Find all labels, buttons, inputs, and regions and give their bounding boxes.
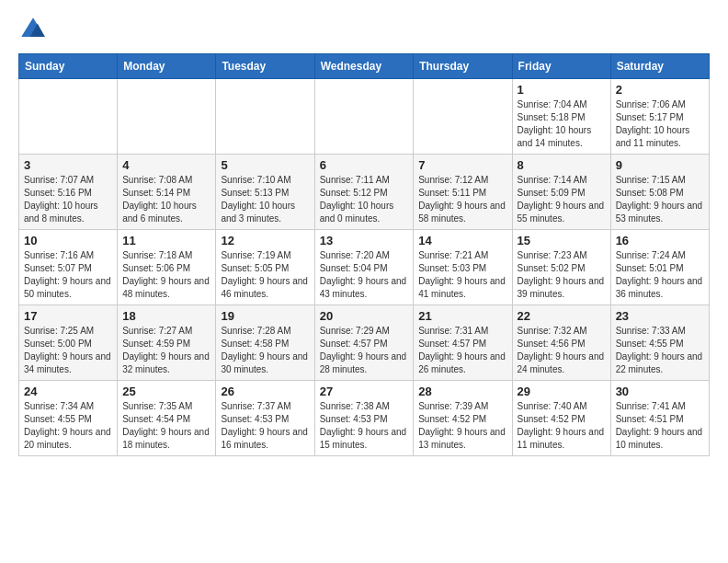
calendar-cell: 3Sunrise: 7:07 AM Sunset: 5:16 PM Daylig… bbox=[19, 155, 118, 230]
calendar-header-monday: Monday bbox=[118, 54, 216, 79]
day-info: Sunrise: 7:38 AM Sunset: 4:53 PM Dayligh… bbox=[320, 400, 409, 452]
calendar-header-friday: Friday bbox=[512, 54, 610, 79]
calendar-cell: 29Sunrise: 7:40 AM Sunset: 4:52 PM Dayli… bbox=[512, 381, 610, 456]
calendar-cell: 15Sunrise: 7:23 AM Sunset: 5:02 PM Dayli… bbox=[512, 230, 610, 305]
calendar-header-saturday: Saturday bbox=[610, 54, 709, 79]
day-number: 28 bbox=[418, 385, 506, 398]
calendar-cell: 22Sunrise: 7:32 AM Sunset: 4:56 PM Dayli… bbox=[512, 305, 610, 381]
day-info: Sunrise: 7:11 AM Sunset: 5:12 PM Dayligh… bbox=[320, 174, 409, 225]
calendar-cell: 27Sunrise: 7:38 AM Sunset: 4:53 PM Dayli… bbox=[314, 381, 414, 456]
calendar-cell: 24Sunrise: 7:34 AM Sunset: 4:55 PM Dayli… bbox=[19, 381, 118, 456]
calendar-cell: 1Sunrise: 7:04 AM Sunset: 5:18 PM Daylig… bbox=[512, 79, 610, 155]
calendar-cell: 20Sunrise: 7:29 AM Sunset: 4:57 PM Dayli… bbox=[314, 305, 414, 381]
day-number: 5 bbox=[221, 158, 309, 172]
day-info: Sunrise: 7:20 AM Sunset: 5:04 PM Dayligh… bbox=[320, 249, 409, 301]
day-number: 20 bbox=[320, 309, 409, 323]
day-info: Sunrise: 7:18 AM Sunset: 5:06 PM Dayligh… bbox=[122, 249, 210, 301]
day-info: Sunrise: 7:28 AM Sunset: 4:58 PM Dayligh… bbox=[221, 325, 309, 376]
day-number: 25 bbox=[122, 385, 210, 398]
day-number: 29 bbox=[518, 385, 606, 398]
day-info: Sunrise: 7:39 AM Sunset: 4:52 PM Dayligh… bbox=[418, 400, 506, 452]
calendar-header-row: SundayMondayTuesdayWednesdayThursdayFrid… bbox=[19, 54, 710, 79]
day-info: Sunrise: 7:24 AM Sunset: 5:01 PM Dayligh… bbox=[616, 249, 704, 301]
calendar-cell: 6Sunrise: 7:11 AM Sunset: 5:12 PM Daylig… bbox=[314, 155, 414, 230]
calendar-week-1: 1Sunrise: 7:04 AM Sunset: 5:18 PM Daylig… bbox=[19, 79, 710, 155]
day-number: 6 bbox=[320, 158, 409, 172]
day-number: 27 bbox=[320, 385, 409, 398]
calendar-cell bbox=[216, 79, 314, 155]
calendar-header-wednesday: Wednesday bbox=[314, 54, 414, 79]
calendar-cell: 21Sunrise: 7:31 AM Sunset: 4:57 PM Dayli… bbox=[414, 305, 512, 381]
day-info: Sunrise: 7:21 AM Sunset: 5:03 PM Dayligh… bbox=[418, 249, 506, 301]
calendar-cell bbox=[118, 79, 216, 155]
calendar-table: SundayMondayTuesdayWednesdayThursdayFrid… bbox=[18, 53, 710, 456]
day-number: 19 bbox=[221, 309, 309, 323]
day-info: Sunrise: 7:29 AM Sunset: 4:57 PM Dayligh… bbox=[320, 325, 409, 376]
day-number: 24 bbox=[24, 385, 112, 398]
calendar-cell: 9Sunrise: 7:15 AM Sunset: 5:08 PM Daylig… bbox=[610, 155, 709, 230]
calendar-cell: 14Sunrise: 7:21 AM Sunset: 5:03 PM Dayli… bbox=[414, 230, 512, 305]
day-info: Sunrise: 7:16 AM Sunset: 5:07 PM Dayligh… bbox=[24, 249, 112, 301]
calendar-week-2: 3Sunrise: 7:07 AM Sunset: 5:16 PM Daylig… bbox=[19, 155, 710, 230]
calendar-cell: 10Sunrise: 7:16 AM Sunset: 5:07 PM Dayli… bbox=[19, 230, 118, 305]
day-number: 30 bbox=[616, 385, 704, 398]
calendar-cell: 7Sunrise: 7:12 AM Sunset: 5:11 PM Daylig… bbox=[414, 155, 512, 230]
calendar-cell: 12Sunrise: 7:19 AM Sunset: 5:05 PM Dayli… bbox=[216, 230, 314, 305]
day-info: Sunrise: 7:19 AM Sunset: 5:05 PM Dayligh… bbox=[221, 249, 309, 301]
day-info: Sunrise: 7:23 AM Sunset: 5:02 PM Dayligh… bbox=[518, 249, 606, 301]
calendar-week-4: 17Sunrise: 7:25 AM Sunset: 5:00 PM Dayli… bbox=[19, 305, 710, 381]
day-number: 26 bbox=[221, 385, 309, 398]
logo bbox=[18, 15, 51, 44]
day-number: 11 bbox=[122, 234, 210, 247]
day-info: Sunrise: 7:40 AM Sunset: 4:52 PM Dayligh… bbox=[518, 400, 606, 452]
day-info: Sunrise: 7:08 AM Sunset: 5:14 PM Dayligh… bbox=[122, 174, 210, 225]
day-number: 16 bbox=[616, 234, 704, 247]
day-info: Sunrise: 7:32 AM Sunset: 4:56 PM Dayligh… bbox=[518, 325, 606, 376]
day-info: Sunrise: 7:07 AM Sunset: 5:16 PM Dayligh… bbox=[24, 174, 112, 225]
day-number: 14 bbox=[418, 234, 506, 247]
calendar-cell: 17Sunrise: 7:25 AM Sunset: 5:00 PM Dayli… bbox=[19, 305, 118, 381]
day-number: 8 bbox=[518, 158, 606, 172]
day-info: Sunrise: 7:34 AM Sunset: 4:55 PM Dayligh… bbox=[24, 400, 112, 452]
day-info: Sunrise: 7:25 AM Sunset: 5:00 PM Dayligh… bbox=[24, 325, 112, 376]
calendar-cell: 5Sunrise: 7:10 AM Sunset: 5:13 PM Daylig… bbox=[216, 155, 314, 230]
day-number: 3 bbox=[24, 158, 112, 172]
day-info: Sunrise: 7:14 AM Sunset: 5:09 PM Dayligh… bbox=[518, 174, 606, 225]
day-info: Sunrise: 7:04 AM Sunset: 5:18 PM Dayligh… bbox=[518, 98, 606, 150]
day-number: 22 bbox=[518, 309, 606, 323]
day-number: 4 bbox=[122, 158, 210, 172]
calendar-cell: 18Sunrise: 7:27 AM Sunset: 4:59 PM Dayli… bbox=[118, 305, 216, 381]
day-number: 18 bbox=[122, 309, 210, 323]
day-number: 13 bbox=[320, 234, 409, 247]
day-info: Sunrise: 7:12 AM Sunset: 5:11 PM Dayligh… bbox=[418, 174, 506, 225]
day-number: 2 bbox=[616, 83, 704, 97]
calendar-cell bbox=[314, 79, 414, 155]
calendar-cell: 28Sunrise: 7:39 AM Sunset: 4:52 PM Dayli… bbox=[414, 381, 512, 456]
day-number: 10 bbox=[24, 234, 112, 247]
day-info: Sunrise: 7:27 AM Sunset: 4:59 PM Dayligh… bbox=[122, 325, 210, 376]
day-number: 21 bbox=[418, 309, 506, 323]
day-info: Sunrise: 7:35 AM Sunset: 4:54 PM Dayligh… bbox=[122, 400, 210, 452]
page-container: SundayMondayTuesdayWednesdayThursdayFrid… bbox=[0, 0, 728, 465]
day-number: 15 bbox=[518, 234, 606, 247]
calendar-cell bbox=[19, 79, 118, 155]
day-number: 12 bbox=[221, 234, 309, 247]
calendar-cell: 23Sunrise: 7:33 AM Sunset: 4:55 PM Dayli… bbox=[610, 305, 709, 381]
calendar-cell: 13Sunrise: 7:20 AM Sunset: 5:04 PM Dayli… bbox=[314, 230, 414, 305]
day-info: Sunrise: 7:06 AM Sunset: 5:17 PM Dayligh… bbox=[616, 98, 704, 150]
day-number: 1 bbox=[518, 83, 606, 97]
calendar-header-thursday: Thursday bbox=[414, 54, 512, 79]
calendar-week-3: 10Sunrise: 7:16 AM Sunset: 5:07 PM Dayli… bbox=[19, 230, 710, 305]
calendar-cell: 16Sunrise: 7:24 AM Sunset: 5:01 PM Dayli… bbox=[610, 230, 709, 305]
day-number: 9 bbox=[616, 158, 704, 172]
day-number: 7 bbox=[418, 158, 506, 172]
day-info: Sunrise: 7:33 AM Sunset: 4:55 PM Dayligh… bbox=[616, 325, 704, 376]
day-info: Sunrise: 7:37 AM Sunset: 4:53 PM Dayligh… bbox=[221, 400, 309, 452]
calendar-cell: 26Sunrise: 7:37 AM Sunset: 4:53 PM Dayli… bbox=[216, 381, 314, 456]
calendar-cell: 30Sunrise: 7:41 AM Sunset: 4:51 PM Dayli… bbox=[610, 381, 709, 456]
calendar-header-sunday: Sunday bbox=[19, 54, 118, 79]
day-number: 17 bbox=[24, 309, 112, 323]
calendar-cell: 11Sunrise: 7:18 AM Sunset: 5:06 PM Dayli… bbox=[118, 230, 216, 305]
day-info: Sunrise: 7:10 AM Sunset: 5:13 PM Dayligh… bbox=[221, 174, 309, 225]
calendar-week-5: 24Sunrise: 7:34 AM Sunset: 4:55 PM Dayli… bbox=[19, 381, 710, 456]
